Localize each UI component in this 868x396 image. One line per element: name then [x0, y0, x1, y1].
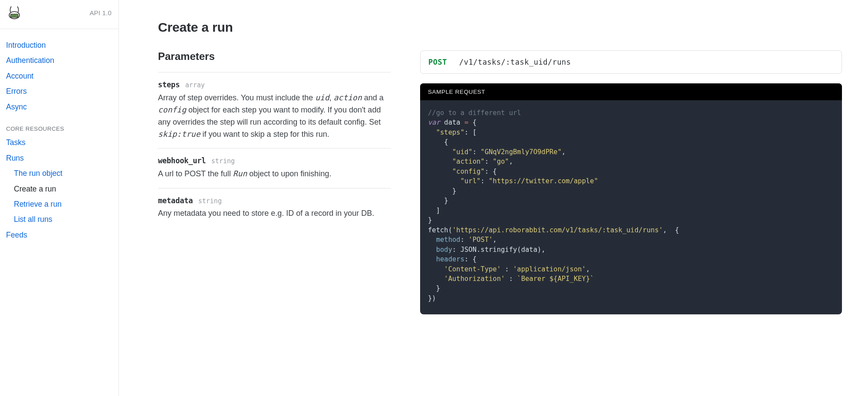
endpoint-path: /v1/tasks/:task_uid/runs [459, 58, 571, 66]
parameter-list: steps array Array of step overrides. You… [158, 72, 391, 227]
inline-code: config [158, 105, 186, 114]
example-column: POST /v1/tasks/:task_uid/runs SAMPLE REQ… [420, 50, 842, 314]
param-name: webhook_url [158, 156, 206, 165]
param-webhook-url: webhook_url string A url to POST the ful… [158, 148, 391, 188]
param-metadata: metadata string Any metadata you need to… [158, 188, 391, 227]
sidebar: API 1.0 Introduction Authentication Acco… [0, 0, 119, 396]
page-title: Create a run [158, 20, 842, 35]
sidebar-header: API 1.0 [0, 0, 118, 29]
sample-request-panel: SAMPLE REQUEST //go to a different url v… [420, 83, 842, 314]
param-name: steps [158, 80, 180, 89]
inline-code: action [334, 93, 362, 102]
sample-request-code: //go to a different url var data = { "st… [420, 100, 842, 314]
sidebar-item-errors[interactable]: Errors [0, 84, 118, 99]
code-panel-header: SAMPLE REQUEST [420, 83, 842, 100]
main-content: Create a run Parameters steps array Arra… [119, 0, 868, 396]
sidebar-item-introduction[interactable]: Introduction [0, 38, 118, 53]
sidebar-item-list-runs[interactable]: List all runs [0, 212, 118, 227]
param-steps: steps array Array of step overrides. You… [158, 73, 391, 148]
sidebar-item-runs[interactable]: Runs [0, 151, 118, 166]
sidebar-section-core-resources: CORE RESOURCES [0, 122, 118, 135]
parameters-column: Parameters steps array Array of step ove… [158, 50, 391, 227]
sidebar-item-feeds[interactable]: Feeds [0, 228, 118, 243]
api-version: API 1.0 [89, 9, 112, 16]
logo-rabbit-icon [6, 4, 23, 21]
param-type: string [211, 157, 235, 165]
sidebar-item-async[interactable]: Async [0, 99, 118, 115]
inline-code: Run [233, 169, 247, 178]
sidebar-item-create-run[interactable]: Create a run [0, 182, 118, 197]
param-type: array [185, 81, 205, 89]
sidebar-nav: Introduction Authentication Account Erro… [0, 29, 118, 256]
param-type: string [198, 197, 222, 205]
param-description: Array of step overrides. You must includ… [158, 92, 391, 140]
sidebar-item-tasks[interactable]: Tasks [0, 135, 118, 150]
sidebar-item-retrieve-run[interactable]: Retrieve a run [0, 197, 118, 212]
endpoint-box: POST /v1/tasks/:task_uid/runs [420, 50, 842, 74]
sidebar-item-account[interactable]: Account [0, 69, 118, 84]
param-description: Any metadata you need to store e.g. ID o… [158, 208, 391, 219]
inline-code: uid [315, 93, 329, 102]
parameters-heading: Parameters [158, 50, 391, 63]
param-name: metadata [158, 196, 193, 205]
param-description: A url to POST the full Run object to upo… [158, 168, 391, 180]
sidebar-item-run-object[interactable]: The run object [0, 166, 118, 181]
sidebar-item-authentication[interactable]: Authentication [0, 53, 118, 68]
inline-code: skip:true [158, 129, 201, 139]
http-method: POST [428, 58, 447, 66]
